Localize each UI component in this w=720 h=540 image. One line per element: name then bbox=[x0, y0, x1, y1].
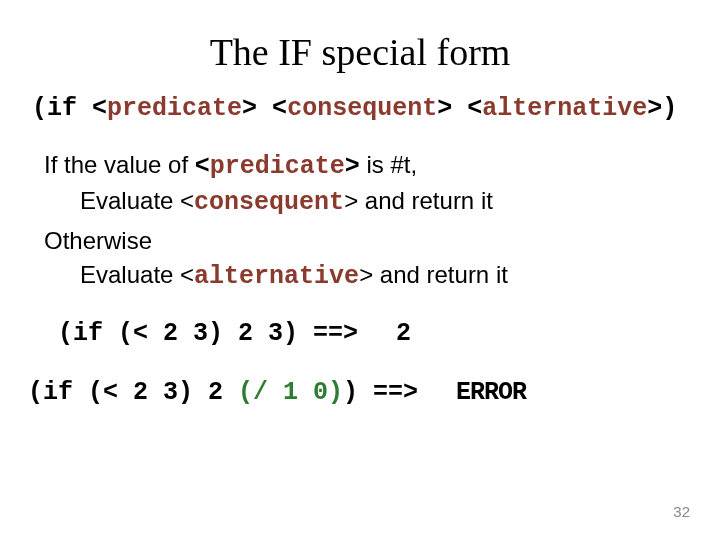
example-1: (if (< 2 3) 2 3) ==>2 bbox=[58, 319, 680, 348]
text: and return it bbox=[358, 187, 493, 214]
text: If the value of bbox=[44, 151, 195, 178]
syntax-line: (if <predicate> <consequent> <alternativ… bbox=[32, 92, 680, 123]
slide-title: The IF special form bbox=[40, 30, 680, 74]
example-2: (if (< 2 3) 2 (/ 1 0)) ==>ERROR bbox=[28, 378, 680, 407]
example-result: ERROR bbox=[456, 378, 526, 407]
angle-lt: < bbox=[92, 94, 107, 123]
paren-close: ) bbox=[662, 94, 677, 123]
desc-line-2: Evaluate <consequent> and return it bbox=[80, 187, 680, 217]
angle-lt: < bbox=[195, 152, 210, 181]
text: Otherwise bbox=[44, 227, 152, 254]
angle-gt: > bbox=[344, 187, 358, 214]
angle-gt: > bbox=[647, 94, 662, 123]
consequent-token: consequent bbox=[194, 188, 344, 217]
text: and return it bbox=[373, 261, 508, 288]
angle-lt: < bbox=[272, 94, 287, 123]
desc-line-1: If the value of <predicate> is #t, bbox=[44, 151, 680, 181]
alternative-token: alternative bbox=[482, 94, 647, 123]
text: is #t, bbox=[360, 151, 417, 178]
angle-gt: > bbox=[345, 152, 360, 181]
angle-gt: > bbox=[437, 94, 452, 123]
example-code: (if (< 2 3) 2 3) ==> bbox=[58, 319, 358, 348]
desc-line-3: Otherwise bbox=[44, 227, 680, 255]
desc-line-4: Evaluate <alternative> and return it bbox=[80, 261, 680, 291]
division-expr: (/ 1 0) bbox=[238, 378, 343, 407]
space bbox=[257, 94, 272, 123]
angle-lt: < bbox=[180, 187, 194, 214]
space bbox=[452, 94, 467, 123]
text: Evaluate bbox=[80, 187, 180, 214]
angle-lt: < bbox=[467, 94, 482, 123]
alternative-token: alternative bbox=[194, 262, 359, 291]
example-code-post: ) ==> bbox=[343, 378, 418, 407]
page-number: 32 bbox=[673, 503, 690, 520]
paren-open: ( bbox=[32, 94, 47, 123]
description-block: If the value of <predicate> is #t, Evalu… bbox=[44, 151, 680, 291]
predicate-token: predicate bbox=[107, 94, 242, 123]
predicate-token: predicate bbox=[210, 152, 345, 181]
consequent-token: consequent bbox=[287, 94, 437, 123]
example-result: 2 bbox=[396, 319, 411, 348]
angle-gt: > bbox=[242, 94, 257, 123]
text: Evaluate bbox=[80, 261, 180, 288]
example-code-pre: (if (< 2 3) 2 bbox=[28, 378, 238, 407]
angle-lt: < bbox=[180, 261, 194, 288]
if-keyword: if bbox=[47, 94, 92, 123]
angle-gt: > bbox=[359, 261, 373, 288]
